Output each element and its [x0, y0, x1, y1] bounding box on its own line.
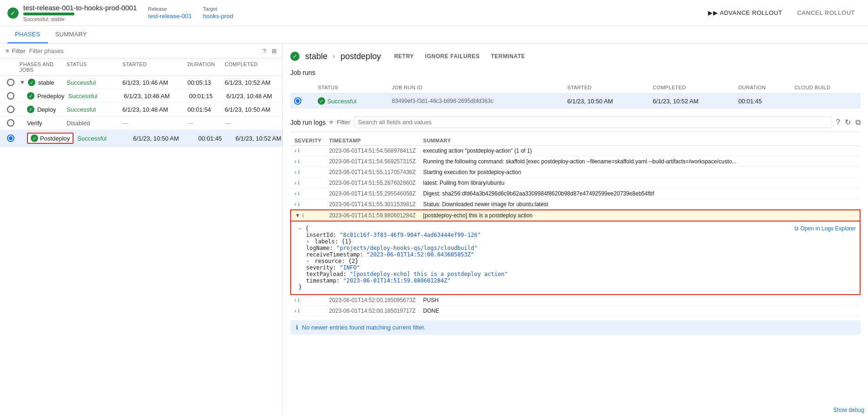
- logs-title: Job run logs: [290, 119, 326, 126]
- deploy-duration: 00:01:54: [186, 106, 223, 113]
- log-row[interactable]: ›i 2023-06-01T14:51:55.117057436Z Starti…: [291, 167, 860, 178]
- ignore-failures-button[interactable]: IGNORE FAILURES: [421, 51, 484, 61]
- expand-icon[interactable]: ▼: [20, 79, 25, 86]
- log-row[interactable]: ›i 2023-06-01T14:51:55.267602860Z latest…: [291, 178, 860, 188]
- expanded-content-container: - { insertId: "8c01c16f-3f83-46f9-904f-4…: [291, 222, 860, 294]
- terminate-button[interactable]: TERMINATE: [487, 51, 529, 61]
- open-external-icon[interactable]: ⧉: [855, 118, 861, 127]
- log-severity: ›i: [291, 199, 325, 210]
- col-select: [290, 82, 314, 94]
- expand-labels[interactable]: ›: [306, 238, 309, 245]
- log-row[interactable]: ›i 2023-06-01T14:51:54.569257315Z Runnin…: [291, 156, 860, 167]
- log-severity: ›i: [291, 295, 325, 306]
- log-summary: DONE: [420, 306, 860, 316]
- expand-btn[interactable]: ›: [294, 190, 296, 197]
- tab-phases[interactable]: PHASES: [7, 26, 48, 43]
- log-row[interactable]: ›i 2023-06-01T14:51:55.301153981Z Status…: [291, 199, 860, 210]
- job-run-select: [290, 94, 314, 109]
- expand-resource[interactable]: ›: [306, 258, 309, 264]
- radio-predeploy[interactable]: [7, 92, 14, 100]
- postdeploy-started: 6/1/23, 10:50 AM: [131, 135, 196, 142]
- json-receiveTimestamp: receiveTimestamp: "2023-06-01T14:52:00.0…: [299, 251, 783, 258]
- expand-btn[interactable]: ›: [294, 148, 296, 154]
- verify-completed: —: [223, 120, 279, 127]
- arrow-icon: ›: [333, 53, 335, 60]
- log-timestamp: 2023-06-01T14:51:54.568978411Z: [325, 146, 419, 156]
- cancel-rollout-button[interactable]: CANCEL ROLLOUT: [792, 7, 861, 19]
- expand-btn[interactable]: ›: [294, 297, 296, 303]
- expand-btn[interactable]: ›: [294, 308, 296, 314]
- table-row[interactable]: ✓ Predeploy Successful 6/1/23, 10:46 AM …: [0, 89, 282, 103]
- expand-btn[interactable]: ›: [294, 180, 296, 186]
- filter-input[interactable]: [29, 47, 259, 54]
- cell-postdeploy-name: ✓ Postdeploy: [18, 133, 75, 144]
- stable-label: stable: [38, 79, 54, 86]
- expand-btn[interactable]: ›: [294, 201, 296, 208]
- main-content: ≡ Filter ? ⊞ Phases and Jobs Status Star…: [0, 44, 868, 415]
- predeploy-status: Successful: [67, 93, 122, 100]
- left-panel: ≡ Filter ? ⊞ Phases and Jobs Status Star…: [0, 44, 283, 415]
- stable-started: 6/1/23, 10:46 AM: [120, 79, 186, 86]
- filter-icon: ≡: [6, 47, 9, 54]
- logs-search-input[interactable]: [358, 119, 828, 126]
- job-run-completed: 6/1/23, 10:52 AM: [649, 94, 734, 109]
- columns-icon[interactable]: ⊞: [272, 47, 277, 54]
- table-row[interactable]: ✓ Deploy Successful 6/1/23, 10:48 AM 00:…: [0, 103, 282, 116]
- target-label: Target: [203, 6, 233, 12]
- log-row[interactable]: ›i 2023-06-01T14:52:00.185095673Z PUSH: [291, 295, 860, 306]
- expanded-json: - { insertId: "8c01c16f-3f83-46f9-904f-4…: [291, 222, 791, 294]
- expand-btn[interactable]: ▼: [295, 212, 300, 219]
- radio-stable[interactable]: [7, 79, 14, 86]
- radio-verify[interactable]: [7, 119, 14, 127]
- log-summary: Running the following command: skaffold …: [420, 156, 860, 167]
- radio-cell: [4, 79, 18, 86]
- table-row[interactable]: Verify Disabled — — —: [0, 116, 282, 130]
- radio-deploy[interactable]: [7, 106, 14, 113]
- open-logs-label: Open in Logs Explorer: [801, 225, 856, 232]
- severity-icon: i: [298, 180, 300, 186]
- advance-rollout-button[interactable]: ▶▶ ADVANCE ROLLOUT: [702, 7, 788, 19]
- release-link[interactable]: test-release-001: [148, 13, 192, 20]
- help-icon[interactable]: ?: [836, 118, 840, 127]
- target-link[interactable]: hooks-prod: [203, 13, 233, 20]
- cell-deploy-name: ✓ Deploy: [18, 106, 65, 113]
- verify-started: —: [120, 120, 186, 127]
- log-summary: latest: Pulling from library/ubuntu: [420, 178, 860, 188]
- show-debug-link[interactable]: Show debug: [833, 407, 864, 413]
- col-completed: Completed: [223, 61, 279, 73]
- tab-summary[interactable]: SUMMARY: [48, 26, 94, 43]
- job-run-row[interactable]: ✓ Successful 83499ef3-f3d1-48c3-b898-269…: [290, 94, 861, 109]
- radio-postdeploy[interactable]: [7, 135, 14, 142]
- refresh-icon[interactable]: ↻: [845, 118, 851, 127]
- expand-btn[interactable]: ›: [294, 169, 296, 175]
- retry-button[interactable]: RETRY: [390, 51, 418, 61]
- log-row[interactable]: ›i 2023-06-01T14:51:55.295546058Z Digest…: [291, 188, 860, 199]
- progress-bar-fill: [23, 13, 74, 15]
- severity-icon: i: [302, 212, 304, 219]
- phase-header: ✓ stable › postdeploy RETRY IGNORE FAILU…: [290, 51, 861, 61]
- log-timestamp: 2023-06-01T14:51:54.569257315Z: [325, 156, 419, 167]
- col-timestamp: TIMESTAMP: [325, 136, 419, 146]
- header: ✓ test-release-001-to-hooks-prod-0001 Su…: [0, 0, 868, 26]
- expand-btn[interactable]: ›: [294, 158, 296, 165]
- log-row[interactable]: ›i 2023-06-01T14:52:00.185019717Z DONE: [291, 306, 860, 316]
- table-header: Phases and Jobs Status Started Duration …: [0, 59, 282, 76]
- open-logs-explorer-button[interactable]: ⧉ Open in Logs Explorer: [795, 225, 856, 232]
- table-row[interactable]: ▼ ✓ stable Successful 6/1/23, 10:46 AM 0…: [0, 76, 282, 89]
- radio-cell: [4, 106, 18, 113]
- log-severity: ›i: [291, 178, 325, 188]
- job-runs-table: Status Job run ID Started Completed Dura…: [290, 82, 861, 109]
- release-target: Release test-release-001 Target hooks-pr…: [148, 6, 233, 20]
- verify-duration: —: [186, 120, 223, 127]
- filter-button[interactable]: ≡ Filter: [6, 47, 25, 54]
- log-row-expanded[interactable]: ▼i 2023-06-01T14:51:59.880601284Z [postd…: [291, 210, 860, 221]
- json-textPayload: textPayload: "[postdeploy-echo] this is …: [299, 271, 783, 277]
- help-icon[interactable]: ?: [263, 47, 266, 54]
- table-row[interactable]: ✓ Postdeploy Successful 6/1/23, 10:50 AM…: [0, 130, 282, 147]
- log-severity: ▼i: [291, 210, 325, 221]
- no-entries-banner: ℹ No newer entries found matching curren…: [290, 320, 861, 335]
- json-brace-close: }: [299, 284, 783, 290]
- log-row[interactable]: ›i 2023-06-01T14:51:54.568978411Z execut…: [291, 146, 860, 156]
- json-resource: › resource: {2}: [299, 258, 783, 264]
- severity-icon: i: [298, 201, 300, 208]
